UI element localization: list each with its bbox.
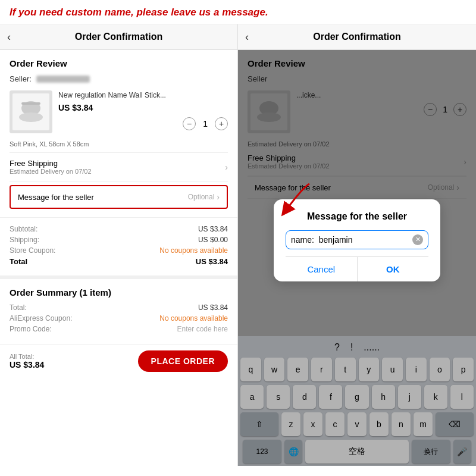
left-total-value: US $3.84 [196,257,228,266]
left-os-total-row: Total: US $3.84 [10,303,228,312]
left-order-summary-title: Order Summary (1 item) [10,287,228,298]
left-product-price: US $3.84 [58,103,228,112]
left-shipping-price-label: Shipping: [10,236,39,244]
left-os-promo-row: Promo Code: Enter code here [10,325,228,333]
left-optional-label: Optional [188,193,215,201]
right-panel: ‹ Order Confirmation Order Review Seller [238,24,476,466]
dialog-actions: Cancel OK [286,256,428,281]
left-coupon-row: Store Coupon: No coupons available [10,246,228,255]
left-coupon-value: No coupons available [159,246,228,255]
right-header-title: Order Confirmation [313,32,401,42]
red-arrow-container [268,181,315,219]
left-shipping-row[interactable]: Free Shipping Estimated Delivery on 07/0… [10,153,228,181]
dialog-clear-button[interactable]: ✕ [412,234,423,245]
right-back-button[interactable]: ‹ [245,31,249,43]
left-order-review-section: Order Review Seller: [0,50,237,217]
left-os-total-value: US $3.84 [198,303,228,312]
left-seller-name [36,76,90,83]
dialog-input-field[interactable] [291,235,412,245]
left-message-label: Message for the seller [18,193,94,202]
left-panel: ‹ Order Confirmation Order Review Seller… [0,24,238,466]
left-header: ‹ Order Confirmation [0,24,237,50]
banner-text: If you need custom name, please leave us… [10,6,466,19]
left-shipping-price-value: US $0.00 [198,236,228,244]
dialog-input-row[interactable]: ✕ [286,230,428,249]
left-bottom-bar: All Total: US $3.84 PLACE ORDER [0,344,237,378]
left-shipping-chevron: › [225,162,228,172]
svg-rect-4 [21,102,40,105]
left-os-coupon-value: No coupons available [159,314,228,322]
left-seller-label: Seller: [10,74,32,83]
left-seller-row: Seller: [10,74,228,83]
left-os-total-label: Total: [10,303,27,312]
left-back-button[interactable]: ‹ [7,31,11,43]
right-modal-overlay[interactable]: Message for the seller ✕ Cancel OK [238,50,476,466]
left-order-review-title: Order Review [10,58,228,68]
svg-point-3 [19,112,43,122]
left-coupon-label: Store Coupon: [10,246,55,255]
left-all-total-label: All Total: [10,353,44,360]
product-thumbnail-svg [10,90,52,133]
left-os-promo-label: Promo Code: [10,325,52,333]
left-product-image [10,90,52,133]
left-product-name: New regulation Name Wall Stick... [58,90,228,101]
left-quantity-row: − 1 + [58,117,228,130]
right-header: ‹ Order Confirmation [238,24,476,50]
left-total-row: Total US $3.84 [10,257,228,266]
left-shipping-subtitle: Estimated Delivery on 07/02 [10,168,92,175]
left-product-row: New regulation Name Wall Stick... US $3.… [10,90,228,139]
left-price-summary: Subtotal: US $3.84 Shipping: US $0.00 St… [0,217,237,279]
dialog-ok-button[interactable]: OK [358,257,429,281]
red-arrow-svg [268,181,315,217]
right-panel-body: Order Review Seller [238,50,476,466]
left-subtotal-label: Subtotal: [10,225,37,233]
left-all-total-value: US $3.84 [10,360,44,369]
left-shipping-info: Free Shipping Estimated Delivery on 07/0… [10,159,92,175]
place-order-button[interactable]: PLACE ORDER [138,350,228,372]
left-order-summary: Order Summary (1 item) Total: US $3.84 A… [0,279,237,344]
left-product-info: New regulation Name Wall Stick... US $3.… [58,90,228,130]
left-header-title: Order Confirmation [75,32,163,42]
left-message-seller-row[interactable]: Message for the seller Optional › [10,185,228,209]
left-qty-minus[interactable]: − [183,117,196,130]
left-qty-value: 1 [203,119,208,129]
left-shipping-price-row: Shipping: US $0.00 [10,236,228,244]
left-message-right: Optional › [188,192,220,202]
left-message-chevron: › [217,192,220,202]
left-product-variant: Soft Pink, XL 58cm X 58cm [10,139,228,153]
left-subtotal-value: US $3.84 [198,225,228,233]
left-shipping-title: Free Shipping [10,159,92,168]
left-os-coupon-label: AliExpress Coupon: [10,314,72,322]
left-body: Order Review Seller: [0,50,237,466]
dialog-cancel-button[interactable]: Cancel [286,257,358,281]
left-subtotal-row: Subtotal: US $3.84 [10,225,228,233]
left-all-total: All Total: US $3.84 [10,353,44,369]
svg-rect-5 [24,107,37,109]
left-os-promo-value[interactable]: Enter code here [177,325,228,333]
left-os-coupon-row: AliExpress Coupon: No coupons available [10,314,228,322]
top-banner: If you need custom name, please leave us… [0,0,476,24]
left-qty-plus[interactable]: + [215,117,228,130]
left-total-label: Total [10,257,27,266]
